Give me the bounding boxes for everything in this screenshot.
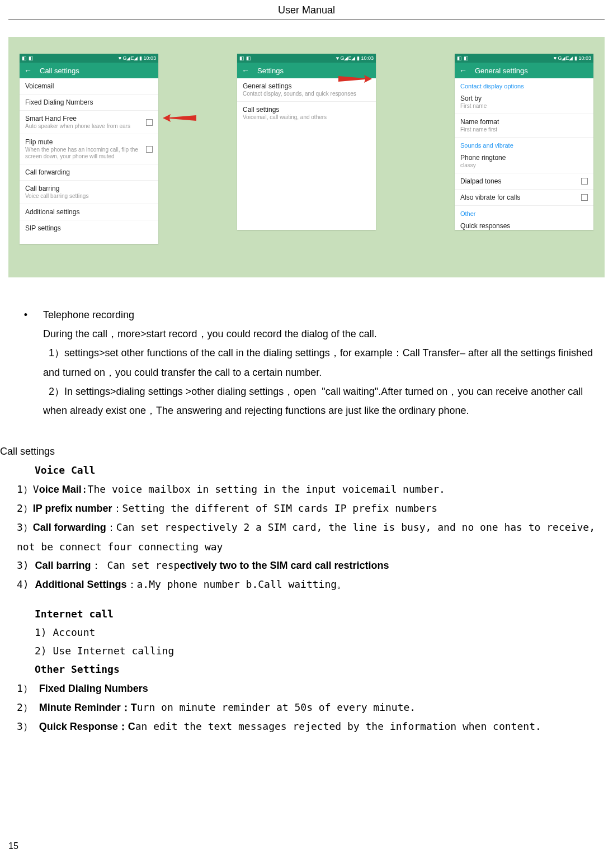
- item-minute-reminder: 2） Minute Reminder：Turn on minute remind…: [17, 698, 605, 717]
- checkbox-icon[interactable]: [581, 194, 588, 201]
- appbar-title: General settings: [475, 67, 528, 75]
- row-name-format[interactable]: Name formatFirst name first: [455, 114, 593, 138]
- item-account: 1) Account: [35, 623, 605, 641]
- row-phone-ringtone[interactable]: Phone ringtoneclassy: [455, 150, 593, 173]
- status-left: ◧ ◧: [239, 55, 251, 61]
- screenshots-panel: ◧ ◧ ♥ G◢E◢ ▮ 10:03 ← Call settings Voice…: [8, 37, 605, 277]
- page-number: 15: [8, 841, 18, 851]
- status-right: ♥ G◢E◢ ▮ 10:03: [119, 55, 156, 61]
- status-right: ♥ G◢E◢ ▮ 10:03: [554, 55, 591, 61]
- label: Call forwarding: [25, 168, 153, 176]
- body-text: • Telephone recording During the call，mo…: [8, 305, 605, 420]
- row-dialpad-tones[interactable]: Dialpad tones: [455, 173, 593, 190]
- row-sort-by[interactable]: Sort byFirst name: [455, 91, 593, 114]
- paragraph: During the call，more>start record，you co…: [43, 324, 605, 343]
- label: Additional settings: [25, 208, 153, 216]
- item-voice-mail: 1）Voice Mail:The voice mailbox in settin…: [17, 480, 605, 499]
- sublabel: Auto speaker when phone leave from ears: [25, 123, 146, 130]
- item-additional-settings: 4) Additional Settings：a.My phone number…: [17, 575, 605, 594]
- status-right: ♥ G◢E◢ ▮ 10:03: [336, 55, 374, 61]
- status-bar: ◧ ◧ ♥ G◢E◢ ▮ 10:03: [20, 54, 158, 63]
- row-vibrate[interactable]: Also vibrate for calls: [455, 190, 593, 206]
- label: Call settings: [243, 106, 370, 114]
- checkbox-icon[interactable]: [581, 178, 588, 185]
- label: Smart Hand Free: [25, 115, 146, 122]
- call-settings-section: Call settings Voice Call 1）Voice Mail:Th…: [0, 442, 605, 736]
- status-bar: ◧ ◧ ♥ G◢E◢ ▮ 10:03: [455, 54, 593, 63]
- back-arrow-icon[interactable]: ←: [242, 66, 249, 75]
- checkbox-icon[interactable]: [146, 146, 153, 153]
- paragraph: 1）settings>set other functions of the ca…: [43, 343, 605, 381]
- row-voicemail[interactable]: Voicemail: [20, 78, 158, 95]
- item-use-internet-calling: 2) Use Internet calling: [35, 641, 605, 660]
- item-quick-response: 3） Quick Response：Can edit the text mess…: [17, 717, 605, 736]
- heading-voice-call: Voice Call: [35, 461, 605, 479]
- heading-internet-call: Internet call: [35, 605, 605, 623]
- sublabel: When the phone has an incoming call, fli…: [25, 147, 146, 160]
- heading-other-settings: Other Settings: [35, 660, 605, 678]
- screenshot-call-settings: ◧ ◧ ♥ G◢E◢ ▮ 10:03 ← Call settings Voice…: [20, 54, 158, 244]
- back-arrow-icon[interactable]: ←: [459, 66, 467, 75]
- label: Name format: [460, 118, 588, 126]
- status-left: ◧ ◧: [457, 55, 469, 61]
- label: SIP settings: [25, 224, 153, 232]
- row-call-forwarding[interactable]: Call forwarding: [20, 164, 158, 181]
- status-bar: ◧ ◧ ♥ G◢E◢ ▮ 10:03: [237, 54, 376, 63]
- row-additional-settings[interactable]: Additional settings: [20, 204, 158, 220]
- bullet-icon: •: [8, 305, 43, 324]
- item-fixed-dialing: 1） Fixed Dialing Numbers: [17, 679, 605, 698]
- label: Quick responses: [460, 222, 588, 230]
- appbar-title: Call settings: [40, 67, 79, 75]
- label: Sort by: [460, 95, 588, 102]
- label: Phone ringtone: [460, 154, 588, 162]
- page-header: User Manual: [8, 0, 605, 20]
- heading-call-settings: Call settings: [0, 442, 605, 461]
- item-call-forwarding: 3）Call forwarding：Can set respectively 2…: [17, 518, 605, 556]
- section-sounds: Sounds and vibrate: [455, 138, 593, 150]
- label: General settings: [243, 82, 370, 90]
- label: Voicemail: [25, 82, 153, 90]
- sublabel: Voicemail, call waiting, and others: [243, 114, 370, 121]
- red-arrow-icon: [163, 113, 196, 121]
- row-smart-hand-free[interactable]: Smart Hand FreeAuto speaker when phone l…: [20, 111, 158, 134]
- section-contact-display: Contact display options: [455, 78, 593, 91]
- row-flip-mute[interactable]: Flip muteWhen the phone has an incoming …: [20, 134, 158, 164]
- paragraph: 2）In settings>dialing settings >other di…: [43, 382, 605, 420]
- label: Also vibrate for calls: [460, 194, 581, 201]
- label: Flip mute: [25, 138, 146, 146]
- red-arrow-icon: [338, 74, 372, 82]
- app-bar: ← Call settings: [20, 63, 158, 78]
- label: Fixed Dialing Numbers: [25, 98, 153, 106]
- status-left: ◧ ◧: [22, 55, 34, 61]
- sublabel: First name: [460, 103, 588, 110]
- label: Call barring: [25, 185, 153, 192]
- row-fdn[interactable]: Fixed Dialing Numbers: [20, 95, 158, 111]
- bullet-title: Telephone recording: [43, 305, 605, 324]
- row-sip-settings[interactable]: SIP settings: [20, 220, 158, 236]
- app-bar: ← General settings: [455, 63, 593, 78]
- section-other: Other: [455, 206, 593, 218]
- item-ip-prefix: 2）IP prefix number：Setting the different…: [17, 499, 605, 518]
- label: Dialpad tones: [460, 177, 581, 185]
- sublabel: First name first: [460, 126, 588, 133]
- appbar-title: Settings: [257, 67, 284, 75]
- screenshot-general-settings: ◧ ◧ ♥ G◢E◢ ▮ 10:03 ← General settings Co…: [455, 54, 593, 230]
- row-call-barring[interactable]: Call barringVoice call barring settings: [20, 181, 158, 204]
- back-arrow-icon[interactable]: ←: [24, 66, 32, 75]
- sublabel: Voice call barring settings: [25, 193, 153, 200]
- checkbox-icon[interactable]: [146, 119, 153, 126]
- row-quick-responses[interactable]: Quick responses: [455, 218, 593, 234]
- row-call-settings[interactable]: Call settingsVoicemail, call waiting, an…: [237, 102, 376, 125]
- item-call-barring: 3) Call barring： Can set respectively tw…: [17, 556, 605, 575]
- sublabel: Contact display, sounds, and quick respo…: [243, 91, 370, 97]
- sublabel: classy: [460, 162, 588, 169]
